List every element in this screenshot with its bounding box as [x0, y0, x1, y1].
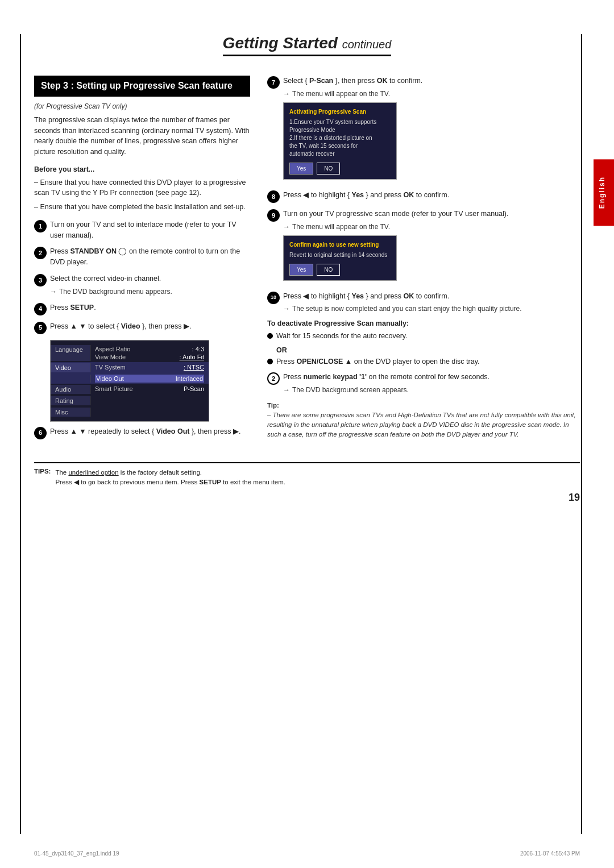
menu-item-tvsystem: TV System : NTSC [95, 363, 204, 371]
step-9-arrow: The menu will appear on the TV. [283, 222, 580, 232]
dialog-1-yes[interactable]: Yes [289, 163, 313, 175]
step-num-4: 4 [34, 303, 47, 315]
menu-items-language: Aspect Ratio : 4:3 View Mode : Auto Fit [90, 345, 209, 361]
menu-row-video: Video TV System : NTSC [51, 362, 209, 373]
step-4: 4 Press SETUP. [34, 302, 250, 315]
menu-items-misc [90, 408, 209, 417]
dialog-2-no[interactable]: NO [317, 264, 340, 276]
step-3-arrow: The DVD background menu appears. [50, 286, 250, 297]
tip-section: Tip: – There are some progressive scan T… [267, 401, 580, 440]
tips-content: The underlined option is the factory def… [55, 468, 580, 488]
step-num-3: 3 [34, 274, 47, 286]
tips-label: TIPS: [34, 468, 51, 488]
tips-line1: The underlined option is the factory def… [55, 468, 580, 477]
page-container: English Getting Started continued Step 3… [0, 0, 614, 868]
menu-row-rating: Rating [51, 395, 209, 406]
menu-row-videoout: Video Out Interlaced [51, 373, 209, 384]
deactivate-step-2-num: 2 [267, 372, 280, 385]
tip-label: Tip: [267, 402, 279, 409]
step-6: 6 Press ▲ ▼ repeatedly to select { Video… [34, 426, 250, 439]
menu-row-misc: Misc [51, 406, 209, 418]
step-num-5: 5 [34, 322, 47, 334]
bullet-2-text: Press OPEN/CLOSE ▲ on the DVD player to … [276, 356, 479, 367]
menu-label-misc: Misc [51, 408, 90, 417]
bullet-1-icon [267, 333, 273, 339]
step-9: 9 Turn on your TV progressive scan mode … [267, 209, 580, 285]
step-10: 10 Press ◀ to highlight { Yes } and pres… [267, 291, 580, 314]
step-8-content: Press ◀ to highlight { Yes } and press O… [283, 190, 580, 201]
step-9-content: Turn on your TV progressive scan mode (r… [283, 209, 580, 285]
step-num-10: 10 [267, 292, 280, 304]
menu-item-videoout: Video Out Interlaced [95, 375, 204, 383]
dialog-2-title: Confirm again to use new setting [289, 240, 391, 249]
before-start: Before you start... – Ensure that you ha… [34, 164, 250, 213]
menu-items-rating [90, 396, 209, 405]
menu-label-rating: Rating [51, 396, 90, 405]
step-8: 8 Press ◀ to highlight { Yes } and press… [267, 190, 580, 203]
menu-items-videoout: Video Out Interlaced [90, 375, 209, 383]
menu-label-language: Language [51, 345, 90, 361]
before-start-p1: – Ensure that you have connected this DV… [34, 177, 250, 199]
menu-screenshot: Language Aspect Ratio : 4:3 View Mode : … [50, 340, 209, 422]
left-border [20, 34, 21, 834]
dialog-1-body: 1.Ensure your TV system supportsProgress… [289, 118, 391, 158]
menu-item-viewmode: View Mode : Auto Fit [95, 353, 204, 361]
title-continued: continued [342, 38, 392, 51]
step-5: 5 Press ▲ ▼ to select { Video }, then pr… [34, 321, 250, 334]
step-num-6: 6 [34, 427, 47, 439]
page-header: Getting Started continued [34, 34, 580, 59]
deactivate-bullet-1: Wait for 15 seconds for the auto recover… [267, 331, 580, 342]
side-tab: English [594, 159, 614, 226]
deactivate-step-2: 2 Press numeric keypad '1' on the remote… [267, 372, 580, 395]
menu-label-empty1 [51, 375, 90, 383]
tip-body: – There are some progressive scan TVs an… [267, 412, 576, 438]
before-start-p2: – Ensure that you have completed the bas… [34, 202, 250, 213]
dialog-1: Activating Progressive Scan 1.Ensure you… [283, 102, 397, 180]
title-text: Getting Started [223, 34, 338, 52]
step-1: 1 Turn on your TV and set to interlace m… [34, 219, 250, 241]
step-10-arrow: The setup is now completed and you can s… [283, 304, 580, 314]
footer: 01-45_dvp3140_37_eng1.indd 19 2006-11-07… [34, 850, 580, 857]
menu-items-audio: Smart Picture P-Scan [90, 385, 209, 394]
step-num-8: 8 [267, 190, 280, 203]
step-2: 2 Press STANDBY ON ◯ on the remote contr… [34, 246, 250, 268]
step-5-content: Press ▲ ▼ to select { Video }, then pres… [50, 321, 250, 332]
step-num-9: 9 [267, 209, 280, 222]
menu-items-video: TV System : NTSC [90, 363, 209, 372]
step-3: 3 Select the correct video-in channel. T… [34, 273, 250, 297]
menu-item-aspect: Aspect Ratio : 4:3 [95, 345, 204, 353]
italic-note: (for Progressive Scan TV only) [34, 102, 250, 110]
bullet-1-text: Wait for 15 seconds for the auto recover… [276, 331, 408, 342]
dialog-2-buttons: Yes NO [289, 264, 391, 276]
step-6-content: Press ▲ ▼ repeatedly to select { Video O… [50, 426, 250, 437]
deactivate-bullet-2: Press OPEN/CLOSE ▲ on the DVD player to … [267, 356, 580, 367]
footer-right: 2006-11-07 4:55:43 PM [520, 850, 580, 857]
menu-item-smartpic: Smart Picture P-Scan [95, 385, 204, 393]
menu-row-audio: Audio Smart Picture P-Scan [51, 384, 209, 395]
deactivate-step-2-arrow: The DVD background screen appears. [283, 385, 580, 395]
bullet-2-icon [267, 359, 273, 364]
step-header: Step 3 : Setting up Progressive Scan fea… [34, 76, 250, 97]
right-column: 7 Select { P-Scan }, then press OK to co… [267, 76, 580, 445]
tips-line2: Press ◀ to go back to previous menu item… [55, 477, 580, 487]
step-num-1: 1 [34, 220, 47, 232]
dialog-1-buttons: Yes NO [289, 163, 391, 175]
step-1-content: Turn on your TV and set to interlace mod… [50, 219, 250, 241]
footer-left: 01-45_dvp3140_37_eng1.indd 19 [34, 850, 119, 857]
dialog-2: Confirm again to use new setting Revert … [283, 235, 397, 281]
intro-text: The progressive scan displays twice the … [34, 115, 250, 157]
step-3-content: Select the correct video-in channel. The… [50, 273, 250, 297]
dialog-2-yes[interactable]: Yes [289, 264, 313, 276]
step-7: 7 Select { P-Scan }, then press OK to co… [267, 76, 580, 184]
menu-label-audio: Audio [51, 385, 90, 394]
left-column: Step 3 : Setting up Progressive Scan fea… [34, 76, 250, 445]
step-10-content: Press ◀ to highlight { Yes } and press O… [283, 291, 580, 314]
deactivate-title: To deactivate Progressive Scan manually: [267, 319, 580, 327]
right-border [581, 34, 582, 834]
step-7-content: Select { P-Scan }, then press OK to conf… [283, 76, 580, 184]
dialog-1-no[interactable]: NO [317, 163, 340, 175]
step-7-arrow: The menu will appear on the TV. [283, 89, 580, 99]
step-num-7: 7 [267, 76, 280, 89]
tips-bar: TIPS: The underlined option is the facto… [34, 462, 580, 488]
step-2-content: Press STANDBY ON ◯ on the remote control… [50, 246, 250, 268]
